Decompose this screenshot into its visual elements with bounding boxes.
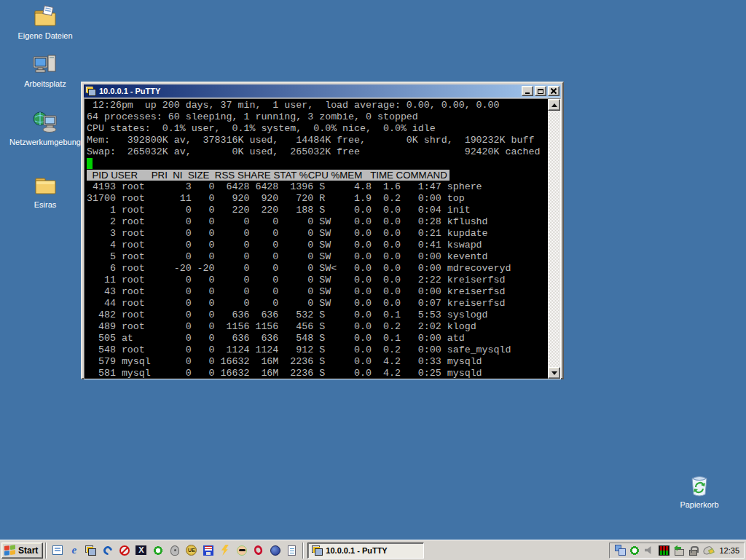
desktop-icon-papierkorb[interactable]: Papierkorb xyxy=(659,473,739,509)
sunglasses-face-button[interactable] xyxy=(233,543,250,559)
padlock-button[interactable] xyxy=(687,545,699,556)
volume-button[interactable] xyxy=(643,545,655,556)
floppy-disk-button[interactable] xyxy=(200,543,216,559)
clock-figure-button[interactable] xyxy=(166,543,183,559)
desktop[interactable]: { "colors": { "desktop_bg": "#4173A6", "… xyxy=(0,0,746,560)
ultraedit-button[interactable] xyxy=(183,543,200,559)
terminal-summary-line: CPU states: 0.1% user, 0.1% system, 0.0%… xyxy=(87,123,548,135)
desktop-icon-label: Arbeitsplatz xyxy=(24,79,66,88)
window-titlebar[interactable]: 10.0.0.1 - PuTTY xyxy=(84,84,561,98)
process-row: 11 root 0 0 0 0 0 SW 0.0 0.0 2:22 kreise… xyxy=(87,275,548,286)
close-icon xyxy=(551,88,557,94)
icq-flower-button[interactable] xyxy=(149,543,166,559)
desktop-icon-label: Eigene Dateien xyxy=(17,31,72,40)
taskbar-divider xyxy=(45,543,47,559)
network-neighborhood-icon xyxy=(32,111,58,135)
process-row: 505 at 0 0 636 636 548 S 0.0 0.1 0:00 at… xyxy=(87,333,548,344)
sunglasses-face-icon xyxy=(237,545,247,556)
no-entry-button[interactable] xyxy=(116,543,133,559)
documents-folder-icon xyxy=(32,4,58,29)
scroll-up-button[interactable] xyxy=(548,99,560,111)
putty-icon xyxy=(85,545,96,556)
minimize-button[interactable] xyxy=(522,86,533,96)
disk-update-button[interactable] xyxy=(672,545,684,556)
blue-globe-button[interactable] xyxy=(267,543,283,559)
taskbar: Start 10.0.0.1 - PuTTY 12:35 xyxy=(0,540,746,560)
process-row: 4193 root 3 0 6428 6428 1396 S 4.8 1.6 1… xyxy=(87,181,548,193)
traffic-monitor-icon xyxy=(659,545,670,556)
process-row: 31700 root 11 0 920 920 720 R 1.9 0.2 0:… xyxy=(87,193,548,205)
taskbar-clock[interactable]: 12:35 xyxy=(719,546,739,555)
icq-flower-icon xyxy=(153,545,163,556)
show-desktop-icon xyxy=(52,545,63,555)
text-document-icon xyxy=(288,545,296,556)
terminal-table-header: PID USER PRI NI SIZE RSS SHARE STAT %CPU… xyxy=(87,170,548,181)
recycle-bin-icon xyxy=(686,473,712,498)
volume-icon xyxy=(645,546,654,555)
show-desktop-button[interactable] xyxy=(49,543,66,559)
putty-icon xyxy=(85,86,96,96)
scroll-down-button[interactable] xyxy=(548,367,560,379)
process-row: 1 root 0 0 220 220 188 S 0.0 0.0 0:04 in… xyxy=(87,205,548,216)
arrow-up-icon xyxy=(551,103,557,107)
scrollbar-track[interactable] xyxy=(548,111,560,367)
desktop-icon-arbeitsplatz[interactable]: Arbeitsplatz xyxy=(5,52,85,88)
desktop-icon-eigene-dateien[interactable]: Eigene Dateien xyxy=(5,4,85,40)
ultraedit-icon xyxy=(186,545,197,556)
mouse-button[interactable] xyxy=(702,545,713,556)
table-header-text: PID USER PRI NI SIZE RSS SHARE STAT %CPU… xyxy=(87,170,449,181)
putty-icon xyxy=(312,545,323,556)
maximize-icon xyxy=(538,89,543,94)
icq-flower-icon xyxy=(629,545,640,556)
process-row: 482 root 0 0 636 636 532 S 0.0 0.1 5:53 … xyxy=(87,309,548,321)
clock-figure-icon xyxy=(170,545,179,556)
minimize-icon xyxy=(525,92,530,94)
internet-explorer-icon xyxy=(68,545,79,556)
process-row: 2 root 0 0 0 0 0 SW 0.0 0.0 0:28 kflushd xyxy=(87,216,548,228)
internet-explorer-button[interactable] xyxy=(66,543,82,559)
opera-ring-button[interactable] xyxy=(250,543,267,559)
terminal-summary-line: 12:26pm up 200 days, 37 min, 1 user, loa… xyxy=(87,100,548,111)
desktop-icon-label: Netzwerkumgebung xyxy=(9,138,81,146)
process-row: 5 root 0 0 0 0 0 SW 0.0 0.0 0:00 keventd xyxy=(87,251,548,263)
x-window-icon xyxy=(136,545,146,555)
process-row: 44 root 0 0 0 0 0 SW 0.0 0.0 0:07 kreise… xyxy=(87,298,548,309)
process-row: 581 mysql 0 0 16632 16M 2236 S 0.0 4.2 0… xyxy=(87,368,548,379)
desktop-icon-esiras[interactable]: Esiras xyxy=(5,173,85,209)
floppy-disk-icon xyxy=(203,545,213,556)
window-title: 10.0.0.1 - PuTTY xyxy=(99,87,522,95)
terminal[interactable]: 12:26pm up 200 days, 37 min, 1 user, loa… xyxy=(85,99,548,379)
terminal-scrollbar[interactable] xyxy=(548,99,560,379)
putty-window: 10.0.0.1 - PuTTY 12:26pm up 200 days, 37… xyxy=(81,82,564,379)
network-cubes-button[interactable] xyxy=(614,545,626,556)
process-row: 43 root 0 0 0 0 0 SW 0.0 0.0 0:00 kreise… xyxy=(87,286,548,298)
traffic-monitor-button[interactable] xyxy=(658,545,670,556)
blue-swirl-button[interactable] xyxy=(99,543,116,559)
desktop-icon-netzwerkumgebung[interactable]: Netzwerkumgebung xyxy=(5,111,85,146)
terminal-summary-line: Mem: 392800K av, 378316K used, 14484K fr… xyxy=(87,135,548,146)
blue-swirl-icon xyxy=(101,544,114,556)
maximize-button[interactable] xyxy=(535,86,546,96)
text-document-button[interactable] xyxy=(283,543,300,559)
terminal-summary-line: Swap: 265032K av, 0K used, 265032K free … xyxy=(87,146,548,158)
lightning-icon xyxy=(221,545,229,556)
icq-flower-button[interactable] xyxy=(629,545,640,556)
no-entry-icon xyxy=(119,545,130,556)
x-window-button[interactable] xyxy=(133,543,149,559)
arrow-down-icon xyxy=(551,371,557,375)
disk-update-icon xyxy=(673,545,684,556)
task-button-putty[interactable]: 10.0.0.1 - PuTTY xyxy=(307,543,424,559)
close-button[interactable] xyxy=(548,86,560,96)
terminal-summary-line: 64 processes: 60 sleeping, 1 running, 3 … xyxy=(87,111,548,123)
process-row: 548 root 0 0 1124 1124 912 S 0.0 0.2 0:0… xyxy=(87,344,548,356)
desktop-icon-label: Esiras xyxy=(34,200,57,209)
lightning-button[interactable] xyxy=(216,543,233,559)
process-row: 4 root 0 0 0 0 0 SW 0.0 0.0 0:41 kswapd xyxy=(87,240,548,251)
opera-ring-icon xyxy=(254,545,264,556)
windows-logo-icon xyxy=(4,545,16,556)
terminal-cursor xyxy=(87,158,93,169)
quick-launch-bar xyxy=(49,543,300,559)
start-button[interactable]: Start xyxy=(1,543,43,559)
putty-button[interactable] xyxy=(82,543,99,559)
folder-icon xyxy=(32,173,58,198)
